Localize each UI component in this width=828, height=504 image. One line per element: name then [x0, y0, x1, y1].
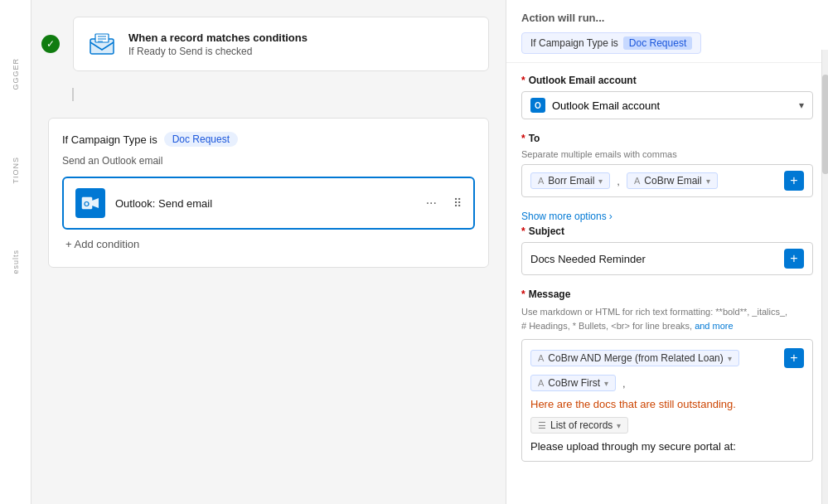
condition-sub: Send an Outlook email: [62, 155, 475, 167]
action-card[interactable]: O Outlook: Send email ··· ⠿: [62, 177, 475, 230]
left-content: ✓ When a record matches conditions: [31, 0, 506, 284]
to-label: * To: [521, 133, 813, 144]
outlook-account-label: * Outlook Email account: [521, 75, 813, 86]
subject-value: Docs Needed Reminder: [530, 253, 784, 265]
cobrw-first-chevron[interactable]: ▾: [604, 379, 608, 388]
outlook-account-chevron: ▾: [799, 99, 804, 111]
side-labels: GGGER TIONS esults: [0, 58, 31, 274]
borr-email-chevron[interactable]: ▾: [598, 177, 603, 186]
message-tag-row-2: A CoBrw First ▾ ,: [530, 375, 804, 391]
cobrw-tag-icon: A: [634, 176, 640, 186]
outlook-account-field: * Outlook Email account O Outlook Email …: [521, 75, 813, 119]
outlook-icon-box: O: [75, 188, 105, 218]
cobrw-merge-label: CoBrw AND Merge (from Related Loan): [548, 352, 723, 364]
action-will-run-label: Action will run...: [521, 12, 813, 24]
trigger-block[interactable]: When a record matches conditions If Read…: [73, 17, 489, 71]
add-condition-label: + Add condition: [65, 238, 139, 250]
show-more-options[interactable]: Show more options ›: [521, 211, 813, 222]
message-formatting-hint: Use markdown or HTML for rich text forma…: [521, 305, 813, 332]
required-star-3: *: [521, 225, 525, 237]
scrollbar-track[interactable]: [821, 50, 828, 504]
action-grid-icon[interactable]: ⠿: [453, 196, 462, 210]
trigger-title: When a record matches conditions: [128, 32, 307, 44]
message-add-button-1[interactable]: +: [784, 348, 804, 368]
required-star-4: *: [521, 288, 525, 300]
ggger-label: GGGER: [12, 58, 20, 90]
message-label: * Message: [521, 288, 813, 300]
action-more-dots[interactable]: ···: [426, 196, 437, 211]
scrollbar-thumb[interactable]: [822, 75, 828, 174]
trigger-subtitle: If Ready to Send is checked: [128, 46, 307, 57]
right-header: Action will run... If Campaign Type is D…: [506, 0, 828, 63]
cobrw-email-label: CoBrw Email: [644, 175, 701, 187]
and-more-link[interactable]: and more: [695, 321, 733, 331]
list-tag-label: List of records: [550, 419, 613, 431]
outlook-account-dropdown[interactable]: O Outlook Email account ▾: [521, 91, 813, 119]
condition-block: If Campaign Type is Doc Request Send an …: [48, 118, 489, 268]
results-label: esults: [12, 250, 20, 274]
cobrw-merge-tag[interactable]: A CoBrw AND Merge (from Related Loan) ▾: [530, 350, 739, 366]
action-condition-chip: If Campaign Type is Doc Request: [521, 32, 701, 54]
left-panel: GGGER TIONS esults ✓: [0, 0, 506, 504]
cobrw-email-chevron[interactable]: ▾: [706, 177, 710, 186]
tions-label: TIONS: [12, 157, 20, 184]
svg-text:O: O: [84, 200, 90, 208]
message-footer-text: Please upload through my secure portal a…: [530, 440, 804, 453]
add-condition-button[interactable]: + Add condition: [62, 230, 475, 254]
sidebar-strip: GGGER TIONS esults: [0, 0, 31, 504]
required-star-1: *: [521, 75, 525, 86]
to-input-area[interactable]: A Borr Email ▾ , A CoBrw Email ▾ +: [521, 164, 813, 197]
outlook-icon-small: O: [530, 98, 545, 113]
show-more-chevron: ›: [609, 211, 613, 222]
borr-tag-icon: A: [538, 176, 544, 186]
to-sub: Separate multiple emails with commas: [521, 149, 813, 159]
list-of-records-tag[interactable]: ☰ List of records ▾: [530, 417, 628, 434]
required-star-2: *: [521, 133, 525, 144]
to-add-button[interactable]: +: [784, 171, 804, 191]
cobrw-email-tag[interactable]: A CoBrw Email ▾: [627, 172, 718, 189]
merge-tag-chevron[interactable]: ▾: [728, 354, 732, 363]
list-icon: ☰: [538, 420, 546, 431]
chip-prefix: If Campaign Type is: [530, 37, 618, 49]
chip-badge: Doc Request: [623, 36, 692, 50]
connector: [72, 88, 74, 101]
subject-field-group: * Subject Docs Needed Reminder +: [521, 225, 813, 275]
message-separator: ,: [622, 377, 626, 390]
message-tag-row-1: A CoBrw AND Merge (from Related Loan) ▾ …: [530, 348, 804, 368]
borr-email-tag[interactable]: A Borr Email ▾: [530, 172, 610, 189]
condition-header: If Campaign Type is Doc Request: [62, 132, 475, 147]
tag-separator-1: ,: [617, 175, 620, 187]
cobrw-first-tag[interactable]: A CoBrw First ▾: [530, 375, 616, 391]
right-panel: Action will run... If Campaign Type is D…: [506, 0, 828, 504]
trigger-icon: [87, 29, 117, 59]
subject-label: * Subject: [521, 225, 813, 237]
cobrw-first-label: CoBrw First: [548, 377, 600, 389]
to-field-group: * To Separate multiple emails with comma…: [521, 133, 813, 197]
borr-email-label: Borr Email: [548, 175, 594, 187]
action-label: Outlook: Send email: [115, 197, 416, 210]
message-editor[interactable]: A CoBrw AND Merge (from Related Loan) ▾ …: [521, 339, 813, 462]
doc-request-badge: Doc Request: [164, 132, 238, 147]
list-tag-chevron[interactable]: ▾: [617, 421, 621, 430]
merge-tag-icon: A: [538, 353, 544, 363]
subject-input[interactable]: Docs Needed Reminder +: [521, 242, 813, 275]
check-circle: ✓: [41, 35, 60, 53]
outlook-account-value: Outlook Email account: [552, 99, 660, 112]
right-scroll-content: * Outlook Email account O Outlook Email …: [506, 63, 828, 504]
trigger-text: When a record matches conditions If Read…: [128, 32, 307, 57]
message-field-group: * Message Use markdown or HTML for rich …: [521, 288, 813, 462]
condition-prefix: If Campaign Type is: [62, 133, 157, 146]
message-body-text: Here are the docs that are still outstan…: [530, 398, 804, 410]
subject-add-button[interactable]: +: [784, 249, 804, 269]
merge-tag-icon-2: A: [538, 378, 544, 388]
